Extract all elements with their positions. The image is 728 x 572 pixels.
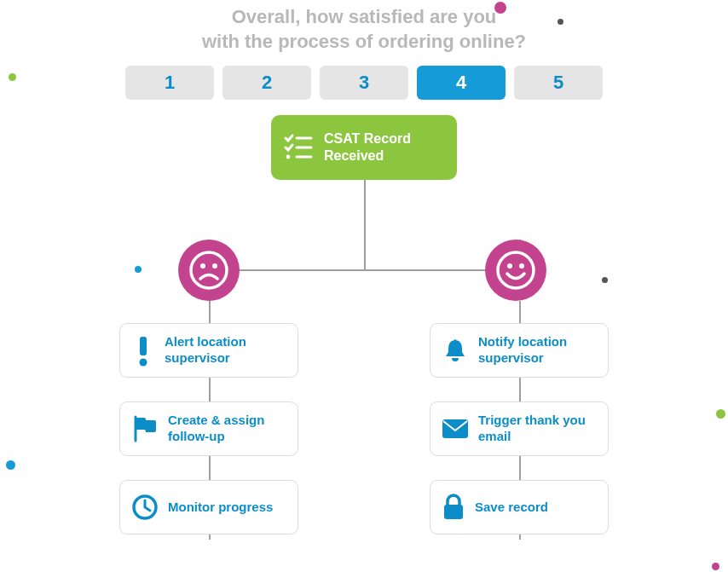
action-save-record: Save record	[430, 480, 609, 534]
lock-icon	[441, 493, 466, 522]
rating-scale: 1 2 3 4 5	[0, 66, 728, 100]
svg-point-9	[519, 263, 524, 269]
svg-point-8	[507, 263, 512, 269]
svg-point-6	[212, 263, 217, 269]
action-create-followup: Create & assign follow-up	[119, 402, 298, 456]
svg-point-7	[498, 252, 534, 288]
decor-dot	[494, 2, 506, 14]
decor-dot	[712, 563, 719, 570]
question-line-2: with the process of ordering online?	[0, 30, 728, 55]
clock-icon	[130, 493, 159, 522]
checklist-icon	[283, 132, 314, 163]
svg-point-4	[191, 252, 227, 288]
svg-rect-14	[444, 505, 463, 519]
rating-5[interactable]: 5	[514, 66, 603, 100]
action-monitor-progress: Monitor progress	[119, 480, 298, 534]
envelope-icon	[441, 417, 470, 441]
rating-3[interactable]: 3	[320, 66, 408, 100]
decor-dot	[9, 73, 16, 81]
svg-point-5	[200, 263, 205, 269]
sad-face-icon	[178, 240, 240, 301]
root-node: CSAT Record Received	[271, 115, 457, 180]
bell-icon	[441, 336, 470, 365]
action-label: Create & assign follow-up	[168, 413, 287, 445]
svg-point-2	[286, 155, 291, 159]
svg-point-11	[140, 359, 147, 367]
rating-1[interactable]: 1	[125, 66, 214, 100]
decor-dot	[558, 19, 563, 25]
svg-rect-10	[140, 337, 147, 355]
action-label: Alert location supervisor	[165, 334, 287, 367]
action-label: Monitor progress	[168, 500, 273, 516]
action-label: Notify location supervisor	[478, 334, 598, 367]
smile-face-icon	[485, 240, 546, 301]
decor-dot	[716, 409, 725, 419]
action-label: Trigger thank you email	[478, 413, 598, 445]
action-alert-supervisor: Alert location supervisor	[119, 323, 298, 378]
rating-2[interactable]: 2	[222, 66, 311, 100]
exclaim-icon	[130, 333, 156, 367]
decor-dot	[6, 460, 15, 470]
action-notify-supervisor: Notify location supervisor	[430, 323, 609, 378]
rating-4[interactable]: 4	[417, 66, 506, 100]
root-label: CSAT Record Received	[324, 130, 411, 165]
question-line-1: Overall, how satisfied are you	[0, 5, 728, 30]
flag-icon	[130, 414, 159, 443]
workflow-diagram: CSAT Record Received Alert location supe…	[100, 115, 628, 558]
action-label: Save record	[475, 500, 548, 516]
survey-question: Overall, how satisfied are you with the …	[0, 0, 728, 54]
svg-rect-13	[442, 419, 468, 438]
action-thank-you-email: Trigger thank you email	[430, 402, 609, 456]
